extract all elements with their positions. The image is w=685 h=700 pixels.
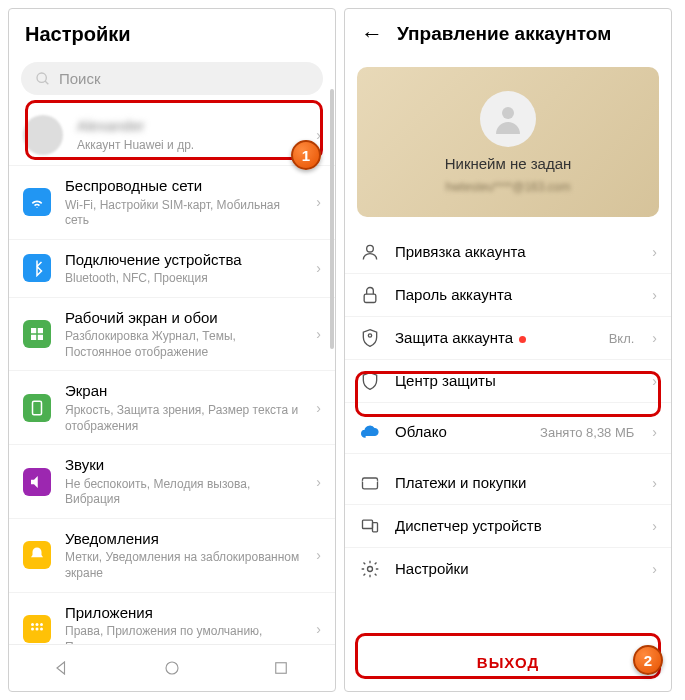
settings-row-6[interactable]: ПриложенияПрава, Приложения по умолчанию… (9, 593, 335, 644)
settings-row-0[interactable]: Беспроводные сетиWi-Fi, Настройки SIM-ка… (9, 166, 335, 240)
chevron-right-icon: › (652, 244, 657, 260)
account-row[interactable]: Alexander Аккаунт Huawei и др. › (9, 105, 335, 166)
row-title: Беспроводные сети (65, 176, 302, 196)
gear-icon (359, 558, 381, 580)
account-row-0[interactable]: Привязка аккаунта› (345, 231, 671, 274)
nav-bar (9, 644, 335, 691)
row-sub: Права, Приложения по умолчанию, Приложен… (65, 624, 302, 644)
row-title: Диспетчер устройств (395, 516, 638, 536)
chevron-right-icon: › (652, 424, 657, 440)
svg-point-7 (31, 623, 34, 626)
svg-point-9 (40, 623, 43, 626)
svg-point-12 (40, 627, 43, 630)
row-sub: Не беспокоить, Мелодия вызова, Вибрация (65, 477, 302, 508)
search-placeholder: Поиск (59, 70, 101, 87)
shield-icon (359, 370, 381, 392)
row-sub: Bluetooth, NFC, Проекция (65, 271, 302, 287)
bell-icon (23, 541, 51, 569)
wifi-icon (23, 188, 51, 216)
svg-rect-6 (33, 401, 42, 415)
lock-icon (359, 284, 381, 306)
screen-icon (23, 394, 51, 422)
account-row-6[interactable]: Диспетчер устройств› (345, 505, 671, 548)
row-title: Приложения (65, 603, 302, 623)
header: ← Управление аккаунтом (345, 9, 671, 59)
svg-rect-24 (373, 523, 378, 532)
back-button[interactable]: ← (361, 21, 383, 47)
alert-dot (519, 336, 526, 343)
svg-rect-4 (31, 335, 36, 340)
row-title: Привязка аккаунта (395, 242, 638, 262)
row-title: Звуки (65, 455, 302, 475)
svg-rect-19 (364, 294, 376, 302)
nav-home[interactable] (161, 657, 183, 679)
shield-user-icon (359, 327, 381, 349)
nav-recent[interactable] (270, 657, 292, 679)
page-title: Управление аккаунтом (397, 23, 611, 45)
svg-rect-5 (38, 335, 43, 340)
svg-point-17 (502, 107, 514, 119)
svg-point-0 (37, 73, 46, 82)
account-list: Привязка аккаунта›Пароль аккаунта›Защита… (345, 231, 671, 626)
user-icon (359, 241, 381, 263)
profile-card[interactable]: Никнейм не задан hwtesteu****@163.com (357, 67, 659, 217)
avatar (480, 91, 536, 147)
svg-rect-3 (38, 328, 43, 333)
logout-button[interactable]: ВЫХОД (357, 642, 659, 683)
search-input[interactable]: Поиск (21, 62, 323, 95)
account-mgmt-screen: ← Управление аккаунтом Никнейм не задан … (344, 8, 672, 692)
svg-line-1 (45, 81, 48, 84)
settings-row-1[interactable]: Подключение устройстваBluetooth, NFC, Пр… (9, 240, 335, 298)
row-title: Защита аккаунта (395, 328, 595, 348)
account-row-2[interactable]: Защита аккаунтаВкл.› (345, 317, 671, 360)
row-title: Экран (65, 381, 302, 401)
badge-1: 1 (291, 140, 321, 170)
account-sub: Аккаунт Huawei и др. (77, 138, 302, 154)
row-value: Занято 8,38 МБ (540, 425, 634, 440)
account-row-5[interactable]: Платежи и покупки› (345, 462, 671, 505)
settings-row-3[interactable]: ЭкранЯркость, Защита зрения, Размер текс… (9, 371, 335, 445)
row-sub: Wi-Fi, Настройки SIM-карт, Мобильная сет… (65, 198, 302, 229)
chevron-right-icon: › (316, 326, 321, 342)
svg-point-15 (166, 662, 178, 674)
row-title: Уведомления (65, 529, 302, 549)
home-icon (23, 320, 51, 348)
settings-row-5[interactable]: УведомленияМетки, Уведомления на заблоки… (9, 519, 335, 593)
svg-point-25 (368, 567, 373, 572)
settings-list: Alexander Аккаунт Huawei и др. › Беспров… (9, 105, 335, 644)
chevron-right-icon: › (652, 561, 657, 577)
svg-rect-2 (31, 328, 36, 333)
svg-rect-16 (275, 663, 286, 674)
chevron-right-icon: › (652, 518, 657, 534)
svg-point-20 (368, 334, 371, 337)
account-name: Alexander (77, 116, 302, 136)
row-title: Центр защиты (395, 371, 638, 391)
row-title: Рабочий экран и обои (65, 308, 302, 328)
chevron-right-icon: › (316, 127, 321, 143)
row-sub: Яркость, Защита зрения, Размер текста и … (65, 403, 302, 434)
svg-point-11 (36, 627, 39, 630)
devices-icon (359, 515, 381, 537)
scrollbar[interactable] (330, 89, 334, 349)
row-sub: Метки, Уведомления на заблокированном эк… (65, 550, 302, 581)
nav-back[interactable] (52, 657, 74, 679)
page-title: Настройки (9, 9, 335, 56)
account-row-4[interactable]: ОблакоЗанято 8,38 МБ› (345, 411, 671, 454)
bt-icon (23, 254, 51, 282)
account-row-1[interactable]: Пароль аккаунта› (345, 274, 671, 317)
chevron-right-icon: › (316, 260, 321, 276)
svg-point-18 (367, 245, 374, 252)
email: hwtesteu****@163.com (446, 180, 571, 194)
row-title: Настройки (395, 559, 638, 579)
account-row-3[interactable]: Центр защиты› (345, 360, 671, 403)
account-row-7[interactable]: Настройки› (345, 548, 671, 590)
search-icon (35, 71, 51, 87)
settings-screen: Настройки Поиск Alexander Аккаунт Huawei… (8, 8, 336, 692)
apps-icon (23, 615, 51, 643)
chevron-right-icon: › (316, 400, 321, 416)
settings-row-4[interactable]: ЗвукиНе беспокоить, Мелодия вызова, Вибр… (9, 445, 335, 519)
chevron-right-icon: › (316, 547, 321, 563)
chevron-right-icon: › (652, 475, 657, 491)
settings-row-2[interactable]: Рабочий экран и обоиРазблокировка Журнал… (9, 298, 335, 372)
row-title: Подключение устройства (65, 250, 302, 270)
